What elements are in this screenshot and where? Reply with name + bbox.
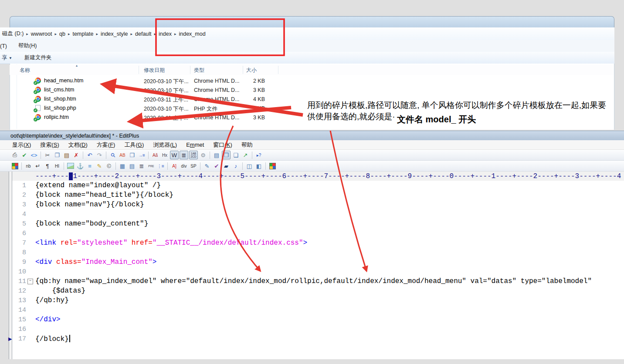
style-check-icon[interactable]: ✔ [212, 162, 221, 170]
font-tag-icon[interactable]: A] [170, 162, 179, 170]
code-line-15[interactable]: 15</div> [12, 315, 624, 324]
find-in-files-icon[interactable]: ❒ [128, 151, 136, 159]
pre-tag-icon[interactable]: PRE [147, 162, 156, 170]
breadcrumb-item-default[interactable]: default [133, 31, 154, 37]
media-clip-icon[interactable]: ▰ [222, 162, 231, 170]
split-frame-icon[interactable]: ◫ [245, 162, 254, 170]
editplus-menu-s[interactable]: 搜索(S) [40, 141, 59, 149]
preferences-gear-icon[interactable]: ⚙ [199, 151, 207, 159]
edit-pencil-icon[interactable]: ✎ [95, 162, 104, 170]
code-line-5[interactable]: 5{block name="body_content"} [12, 219, 624, 229]
code-line-10[interactable]: 10 [12, 267, 624, 276]
code-editor[interactable]: 1{extend name="index@layout" /}2{block n… [12, 181, 624, 359]
cut-icon[interactable]: ✂ [43, 151, 52, 159]
auto-indent-toggle-icon[interactable]: 1AB 2CD [189, 151, 198, 159]
line-break-icon[interactable]: ↵ [34, 162, 42, 170]
div-tag-icon[interactable]: div [180, 162, 188, 170]
column-header-date[interactable]: 修改日期 [144, 67, 165, 74]
undo-icon[interactable]: ↶ [85, 151, 94, 159]
copy-icon[interactable]: ❐ [53, 151, 61, 159]
editplus-menu-[interactable]: 帮助 [241, 141, 253, 149]
fold-collapse-icon[interactable]: − [27, 279, 33, 284]
context-help-icon[interactable]: ▸? [254, 151, 263, 159]
music-note-icon[interactable]: ♪ [231, 162, 240, 170]
side-panel-splitter[interactable] [9, 172, 12, 359]
explorer-address-bar[interactable]: 磁盘 (D:)▸wwwroot▸qb▸template▸index_style▸… [0, 27, 614, 40]
copyright-icon[interactable]: © [105, 162, 113, 170]
frameset-icon[interactable]: ◧ [254, 162, 263, 170]
heading-icon[interactable]: HI [53, 162, 61, 170]
column-separator[interactable] [190, 66, 190, 74]
code-line-16[interactable]: 16 [12, 324, 624, 334]
code-line-17[interactable]: 17{/block} [12, 334, 624, 344]
editplus-menu-l[interactable]: 浏览器(L) [153, 141, 177, 149]
code-line-13[interactable]: 13{/qb:hy} [12, 296, 624, 305]
breadcrumb-item-index-mod[interactable]: index_mod [176, 31, 207, 37]
column-separator[interactable] [243, 66, 243, 74]
editplus-menu-d[interactable]: 文档(D) [68, 141, 88, 149]
menu-help[interactable]: 帮助(H) [18, 42, 37, 50]
anchor-icon[interactable]: ⚓ [76, 162, 85, 170]
goto-line-icon[interactable]: →≡ [137, 151, 146, 159]
column-separator[interactable] [278, 66, 278, 74]
window-list-icon[interactable]: ❐ [222, 151, 231, 159]
browser-preview-icon[interactable]: ❏ [231, 151, 240, 159]
file-name[interactable]: head_menu.htm [44, 78, 83, 84]
script-icon[interactable]: ✎ [203, 162, 211, 170]
code-line-8[interactable]: 8 [12, 248, 624, 257]
delete-icon[interactable]: ✗ [72, 151, 81, 159]
font-icon[interactable]: Aã [151, 151, 159, 159]
code-line-12[interactable]: 12 {$datas} [12, 286, 624, 296]
hex-view-icon[interactable]: Hx [160, 151, 169, 159]
editplus-titlebar[interactable]: oot\qb\template\index_style\default\inde… [0, 131, 624, 140]
code-line-14[interactable]: 14 [12, 305, 624, 315]
file-row-head_menu.htm[interactable]: ✓head_menu.htm2020-03-10 下午...Chrome HTM… [10, 77, 614, 86]
code-line-2[interactable]: 2{block name="head_title"}{/block} [12, 190, 624, 200]
editplus-menu-f[interactable]: 方案(F) [97, 141, 115, 149]
image-icon[interactable] [66, 162, 75, 170]
print-icon[interactable]: ⎙ [10, 151, 19, 159]
breadcrumb-item-wwwroot[interactable]: wwwroot [29, 31, 54, 37]
line-numbers-toggle-icon[interactable]: ≣ [180, 151, 188, 159]
spellcheck-icon[interactable]: ✔ [20, 151, 29, 159]
editplus-menu-k[interactable]: 窗口(K) [213, 141, 232, 149]
code-line-6[interactable]: 6 [12, 229, 624, 238]
file-row-list_cms.htm[interactable]: ✓list_cms.htm2020-03-10 下午...Chrome HTML… [10, 86, 614, 95]
breadcrumb-item-index-style[interactable]: index_style [98, 31, 130, 37]
paste-icon[interactable]: ▤ [62, 151, 71, 159]
span-tag-icon[interactable]: SP [189, 162, 198, 170]
share-button-partial[interactable]: 享 ▼ [2, 54, 12, 61]
word-wrap-toggle-icon[interactable]: W [170, 151, 179, 159]
table-cell-icon[interactable]: ▤ [128, 162, 136, 170]
breadcrumb-item--d-[interactable]: 磁盘 (D:) [0, 30, 26, 37]
code-line-11[interactable]: 11−{qb:hy name="wap_index_model" where="… [12, 276, 624, 286]
document-list-icon[interactable]: ▤ [212, 151, 221, 159]
column-header-type[interactable]: 类型 [194, 67, 204, 74]
file-name[interactable]: list_shop.htm [44, 96, 76, 102]
code-line-4[interactable]: 4 [12, 209, 624, 219]
blockquote-icon[interactable]: ≣ [137, 162, 146, 170]
open-in-browser-icon[interactable]: ↗ [241, 151, 250, 159]
new-folder-button[interactable]: 新建文件夹 [24, 54, 52, 61]
editplus-menu-emmet[interactable]: Emmet [186, 142, 204, 148]
redo-icon[interactable]: ↷ [95, 151, 104, 159]
code-line-3[interactable]: 3{block name="nav"}{/block} [12, 200, 624, 209]
replace-icon[interactable]: AB [118, 151, 127, 159]
file-name[interactable]: list_cms.htm [44, 87, 74, 93]
list-tag-icon[interactable]: ⋮≡ [156, 162, 165, 170]
column-separator[interactable] [139, 66, 139, 74]
paragraph-icon[interactable]: ¶ [43, 162, 52, 170]
code-line-1[interactable]: 1{extend name="index@layout" /} [12, 181, 624, 190]
breadcrumb-item-index[interactable]: index [156, 31, 174, 37]
html-tags-icon[interactable]: <> [30, 151, 38, 159]
horizontal-rule-icon[interactable]: ≡ [85, 162, 94, 170]
column-header-name[interactable]: 名称 [20, 67, 30, 74]
table-icon[interactable]: ▦ [118, 162, 127, 170]
color-picker-icon[interactable] [268, 162, 277, 170]
code-line-9[interactable]: 9<div class="Index_Main_cont"> [12, 257, 624, 267]
editplus-menu-g[interactable]: 工具(G) [124, 141, 144, 149]
search-icon[interactable]: ⚲ [107, 149, 119, 161]
menu-tools-partial[interactable]: (T) [0, 43, 7, 49]
file-name[interactable]: rollpic.htm [44, 114, 69, 120]
column-header-size[interactable]: 大小 [246, 67, 257, 74]
